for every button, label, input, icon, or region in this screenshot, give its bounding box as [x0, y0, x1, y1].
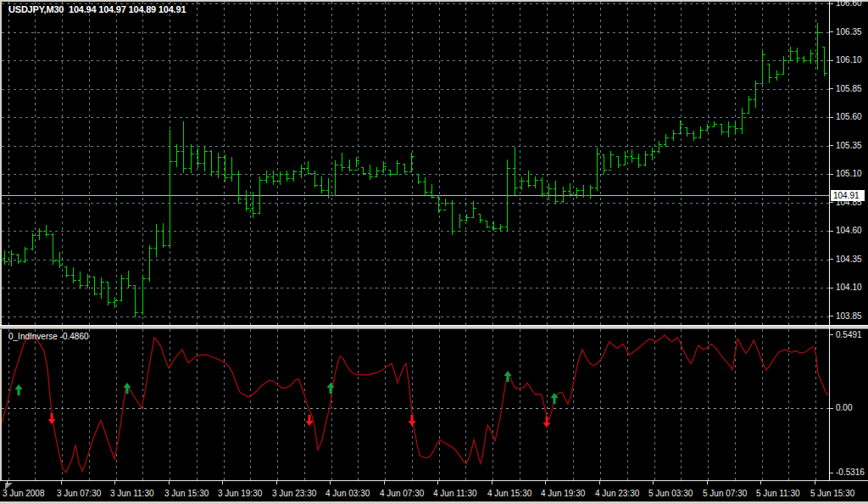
- time-tick: [653, 481, 654, 484]
- price-tick: [830, 117, 833, 118]
- time-tick: [276, 481, 277, 484]
- indicator-axis-label: 0.00: [836, 403, 852, 413]
- candlestick-chart[interactable]: [2, 2, 829, 325]
- indicator-tick: [830, 473, 833, 473]
- time-axis-label: 4 Jun 15:30: [487, 489, 531, 499]
- time-axis-label: 4 Jun 23:30: [595, 489, 639, 499]
- time-axis-label: 3 Jun 23:30: [272, 489, 316, 499]
- time-tick: [599, 481, 600, 484]
- price-axis-label: 105.85: [836, 84, 862, 94]
- price-tick: [830, 174, 833, 175]
- time-tick: [330, 481, 331, 484]
- chart-title: USDJPY,M30 104.94 104.97 104.89 104.91: [8, 4, 186, 14]
- indicator-pane[interactable]: 0_IndInverse -0.4860: [2, 329, 829, 480]
- indicator-tick: [830, 408, 833, 409]
- price-axis-label: 104.35: [836, 255, 862, 265]
- axis-separator-line: [829, 2, 830, 480]
- main-chart-pane[interactable]: USDJPY,M30 104.94 104.97 104.89 104.91: [2, 2, 829, 325]
- price-axis-label: 106.60: [836, 0, 862, 8]
- price-tick: [830, 31, 833, 32]
- price-tick: [830, 88, 833, 89]
- time-axis[interactable]: 3 Jun 20083 Jun 07:303 Jun 11:303 Jun 15…: [0, 480, 868, 501]
- time-tick: [815, 481, 815, 484]
- time-axis-label: 5 Jun 15:30: [810, 489, 854, 499]
- price-tick: [830, 288, 833, 288]
- price-tick: [830, 145, 833, 146]
- indicator-tick: [830, 334, 833, 335]
- price-axis-label: 105.35: [836, 141, 862, 151]
- price-axis-label: 106.35: [836, 27, 862, 37]
- buy-signal-arrow-up-icon: [124, 383, 131, 394]
- price-axis-label: 103.85: [836, 311, 862, 322]
- price-tick: [830, 316, 833, 316]
- time-axis-label: 3 Jun 11:30: [110, 489, 154, 499]
- time-tick: [7, 481, 8, 484]
- time-axis-label: 4 Jun 19:30: [541, 489, 585, 499]
- time-tick: [492, 481, 492, 484]
- price-axis-label: 106.10: [836, 55, 862, 65]
- price-axis-label: 105.10: [836, 169, 862, 179]
- time-axis-label: 4 Jun 07:30: [380, 489, 424, 499]
- mt4-chart-window: USDJPY,M30 104.94 104.97 104.89 104.91 1…: [0, 0, 868, 504]
- price-axis-label: 105.60: [836, 112, 862, 122]
- time-tick: [545, 481, 546, 484]
- indicator-chart[interactable]: [2, 329, 829, 480]
- time-axis-label: 4 Jun 11:30: [433, 489, 477, 499]
- time-tick: [760, 481, 761, 484]
- time-axis-label: 3 Jun 2008: [3, 489, 45, 499]
- indicator-line: [2, 335, 828, 473]
- time-tick: [437, 481, 438, 484]
- time-tick: [384, 481, 385, 484]
- time-tick: [222, 481, 223, 484]
- price-tick: [830, 60, 833, 61]
- time-axis-label: 3 Jun 15:30: [164, 489, 209, 499]
- time-tick: [114, 481, 115, 484]
- buy-signal-arrow-up-icon: [15, 384, 23, 395]
- bid-price-badge: 104.91: [831, 190, 865, 201]
- time-axis-label: 3 Jun 19:30: [218, 489, 262, 499]
- time-axis-label: 4 Jun 03:30: [326, 489, 370, 499]
- time-axis-label: 3 Jun 07:30: [57, 489, 101, 499]
- time-tick: [707, 481, 708, 484]
- price-axis-label: 104.10: [836, 283, 862, 293]
- price-axis[interactable]: 106.60106.35106.10105.85105.60105.35105.…: [830, 2, 868, 325]
- price-axis-label: 104.60: [836, 226, 862, 236]
- indicator-title: 0_IndInverse -0.4860: [8, 332, 89, 341]
- price-tick: [830, 231, 833, 232]
- price-tick: [830, 3, 833, 4]
- price-tick: [830, 202, 833, 203]
- grid-lines: [2, 2, 829, 325]
- time-axis-label: 5 Jun 07:30: [703, 489, 747, 499]
- indicator-axis-label: 0.5491: [836, 330, 862, 340]
- time-axis-label: 5 Jun 03:30: [648, 489, 693, 499]
- indicator-grid-lines: [8, 329, 816, 480]
- time-tick: [169, 481, 170, 484]
- time-axis-label: 5 Jun 11:30: [756, 489, 800, 499]
- sell-signal-arrow-down-icon: [48, 413, 56, 424]
- indicator-axis[interactable]: 0.54910.00-0.5316: [830, 329, 868, 480]
- ohlc-bars: [3, 23, 827, 317]
- indicator-axis-label: -0.5316: [836, 468, 865, 478]
- time-tick: [61, 481, 62, 484]
- price-tick: [830, 259, 833, 260]
- buy-signal-arrow-up-icon: [504, 371, 512, 382]
- sell-signal-arrow-down-icon: [409, 415, 416, 426]
